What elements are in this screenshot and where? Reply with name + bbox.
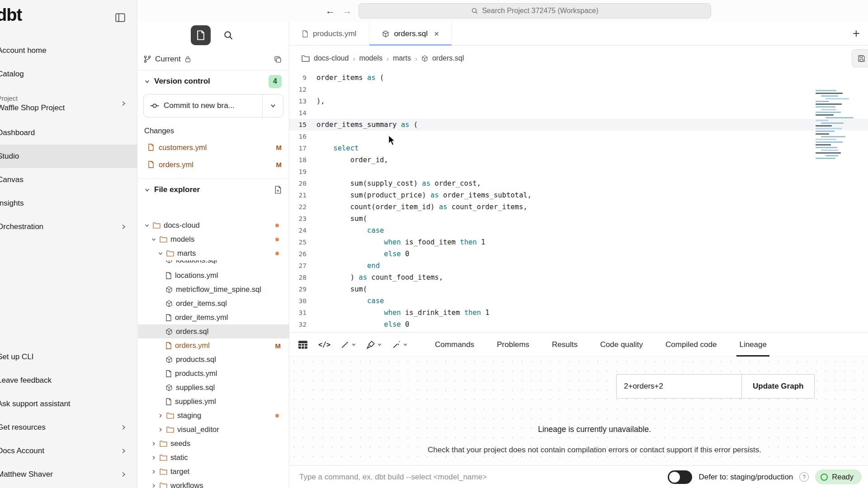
tree-item-orders-yml[interactable]: orders.ymlM xyxy=(138,338,289,352)
preview-table-icon[interactable] xyxy=(296,338,310,352)
bottom-tab-commands[interactable]: Commands xyxy=(435,333,474,357)
sidebar-item-docs-account[interactable]: Docs Account xyxy=(0,439,137,463)
code-line-32[interactable]: 32 else 0 xyxy=(289,319,868,330)
tree-item-workflows[interactable]: workflows xyxy=(138,479,289,488)
changed-file-orders-yml[interactable]: orders.ymlM xyxy=(138,156,289,173)
update-graph-button[interactable]: Update Graph xyxy=(742,374,815,399)
bottom-tab-compiled-code[interactable]: Compiled code xyxy=(665,333,717,357)
minimap[interactable] xyxy=(816,90,855,160)
tab-products-yml[interactable]: products.yml xyxy=(289,22,369,45)
save-file-button[interactable] xyxy=(852,49,868,67)
code-editor[interactable]: 9order_items as (1213),1415order_items_s… xyxy=(289,71,868,332)
chevron-right-icon[interactable] xyxy=(151,483,156,488)
build-dropdown[interactable] xyxy=(339,338,358,351)
code-line-15[interactable]: 15order_items_summary as ( xyxy=(289,119,868,131)
chevron-right-icon[interactable] xyxy=(151,441,156,446)
tree-item-order-items-sql[interactable]: order_items.sql xyxy=(138,296,289,310)
tree-item-static[interactable]: static xyxy=(138,450,289,465)
code-line-9[interactable]: 9order_items as ( xyxy=(289,72,868,84)
code-line-27[interactable]: 27 end xyxy=(289,260,868,272)
branch-row[interactable]: Current xyxy=(138,48,289,70)
copy-icon[interactable] xyxy=(274,56,282,63)
format-dropdown[interactable] xyxy=(364,338,384,351)
code-line-16[interactable]: 16 xyxy=(289,131,868,142)
tree-item-products-yml[interactable]: products.yml xyxy=(138,366,289,380)
tree-item-seeds[interactable]: seeds xyxy=(138,436,289,450)
chevron-right-icon[interactable] xyxy=(158,427,163,432)
tree-item-metricflow-time-spine-sql[interactable]: metricflow_time_spine.sql xyxy=(138,282,289,296)
sidebar-item-account-home[interactable]: Account home xyxy=(0,39,137,62)
tree-item-marts[interactable]: marts xyxy=(138,246,289,260)
tab-orders-sql[interactable]: orders.sql × xyxy=(369,22,452,45)
sidebar-item-matthew-shaver[interactable]: Matthew Shaver xyxy=(0,463,137,486)
chevron-down-icon[interactable] xyxy=(158,251,163,256)
code-line-13[interactable]: 13), xyxy=(289,95,868,107)
breadcrumb-item[interactable]: models xyxy=(359,54,382,62)
sidebar-item-catalog[interactable]: Catalog xyxy=(0,62,137,86)
version-control-header[interactable]: Version control 4 xyxy=(138,70,289,92)
sidebar-item-set-up-cli[interactable]: Set up CLI xyxy=(0,345,137,369)
code-line-28[interactable]: 28 ) as count_food_items, xyxy=(289,272,868,283)
bottom-tab-code-quality[interactable]: Code quality xyxy=(600,333,643,357)
lineage-selector-input[interactable] xyxy=(616,374,742,399)
tree-item-locations-yml[interactable]: locations.yml xyxy=(138,268,289,282)
tree-item-orders-sql[interactable]: orders.sql xyxy=(138,324,289,338)
collapse-sidebar-icon[interactable] xyxy=(114,12,126,23)
code-icon[interactable]: </> xyxy=(316,339,332,351)
sidebar-item-insights[interactable]: Insights xyxy=(0,192,137,215)
chevron-right-icon[interactable] xyxy=(151,455,156,460)
code-line-24[interactable]: 24 case xyxy=(289,225,868,236)
breadcrumb-item[interactable]: docs-cloud xyxy=(314,54,349,62)
code-line-14[interactable]: 14 xyxy=(289,107,868,119)
code-line-21[interactable]: 21 sum(product_price) as order_items_sub… xyxy=(289,189,868,201)
code-line-22[interactable]: 22 count(order_item_id) as count_order_i… xyxy=(289,201,868,213)
back-arrow-icon[interactable]: ← xyxy=(326,5,335,17)
code-line-18[interactable]: 18 order_id, xyxy=(289,154,868,166)
bottom-tab-problems[interactable]: Problems xyxy=(497,333,529,357)
changed-file-customers-yml[interactable]: customers.ymlM xyxy=(138,139,289,156)
code-line-23[interactable]: 23 sum( xyxy=(289,213,868,225)
defer-toggle[interactable] xyxy=(668,470,692,484)
sidebar-item-ask-support-assistant[interactable]: Ask support assistant xyxy=(0,392,137,416)
code-line-30[interactable]: 30 case xyxy=(289,295,868,307)
code-line-29[interactable]: 29 sum( xyxy=(289,283,868,295)
forward-arrow-icon[interactable]: → xyxy=(342,5,352,17)
commit-button-main[interactable]: Commit to new bra... xyxy=(144,94,262,117)
tree-item-docs-cloud[interactable]: docs-cloud xyxy=(138,218,289,232)
sidebar-item-dashboard[interactable]: Dashboard xyxy=(0,121,137,145)
sidebar-item-canvas[interactable]: Canvas xyxy=(0,168,137,192)
chevron-right-icon[interactable] xyxy=(158,413,163,418)
fix-dropdown[interactable] xyxy=(390,338,410,351)
file-explorer-header[interactable]: File explorer xyxy=(138,179,289,201)
commit-button[interactable]: Commit to new bra... xyxy=(143,94,283,117)
files-view-button[interactable] xyxy=(191,25,211,45)
sidebar-item-studio[interactable]: Studio xyxy=(0,145,137,168)
tree-item-order-items-yml[interactable]: order_items.yml xyxy=(138,310,289,324)
chevron-right-icon[interactable] xyxy=(151,469,156,474)
tree-item-staging[interactable]: staging xyxy=(138,408,289,422)
bottom-tab-lineage[interactable]: Lineage xyxy=(739,333,767,357)
breadcrumb-item[interactable]: marts xyxy=(393,54,411,62)
code-line-26[interactable]: 26 else 0 xyxy=(289,248,868,260)
tree-item-models[interactable]: models xyxy=(138,232,289,246)
code-line-31[interactable]: 31 when is_drink_item then 1 xyxy=(289,307,868,319)
tree-item-supplies-yml[interactable]: supplies.yml xyxy=(138,394,289,408)
tree-item-visual-editor[interactable]: visual_editor xyxy=(138,422,289,436)
code-line-17[interactable]: 17 select xyxy=(289,142,868,154)
tree-item-products-sql[interactable]: products.sql xyxy=(138,352,289,366)
code-line-19[interactable]: 19 xyxy=(289,166,868,178)
sidebar-item-get-resources[interactable]: Get resources xyxy=(0,416,137,439)
close-icon[interactable]: × xyxy=(434,29,439,39)
commit-options-dropdown[interactable] xyxy=(262,94,283,117)
global-search-input[interactable]: Search Project 372475 (Workspace) xyxy=(359,3,711,19)
new-file-icon[interactable] xyxy=(274,186,282,194)
sidebar-item-project[interactable]: ProjectWaffle Shop Project xyxy=(0,86,137,121)
code-line-25[interactable]: 25 when is_food_item then 1 xyxy=(289,236,868,248)
chevron-down-icon[interactable] xyxy=(144,223,150,228)
chevron-down-icon[interactable] xyxy=(151,237,156,242)
bottom-tab-results[interactable]: Results xyxy=(552,333,578,357)
tree-item-locations-sql[interactable]: locations.sql xyxy=(138,260,289,268)
code-line-20[interactable]: 20 sum(supply_cost) as order_cost, xyxy=(289,178,868,189)
command-input[interactable] xyxy=(289,466,668,488)
search-view-button[interactable] xyxy=(221,28,236,43)
